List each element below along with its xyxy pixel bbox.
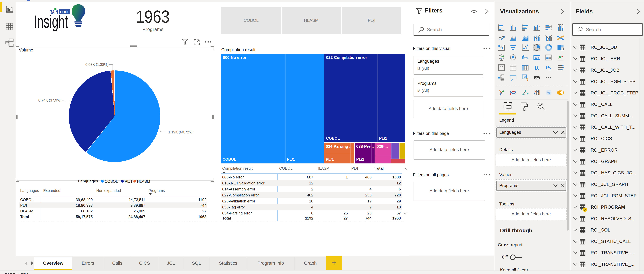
svg-text:Py: Py (546, 65, 551, 70)
svg-text:R: R (534, 64, 539, 71)
svg-text:A: A (558, 55, 562, 60)
svg-text:w: w (547, 91, 550, 95)
svg-text:123: 123 (535, 56, 539, 59)
